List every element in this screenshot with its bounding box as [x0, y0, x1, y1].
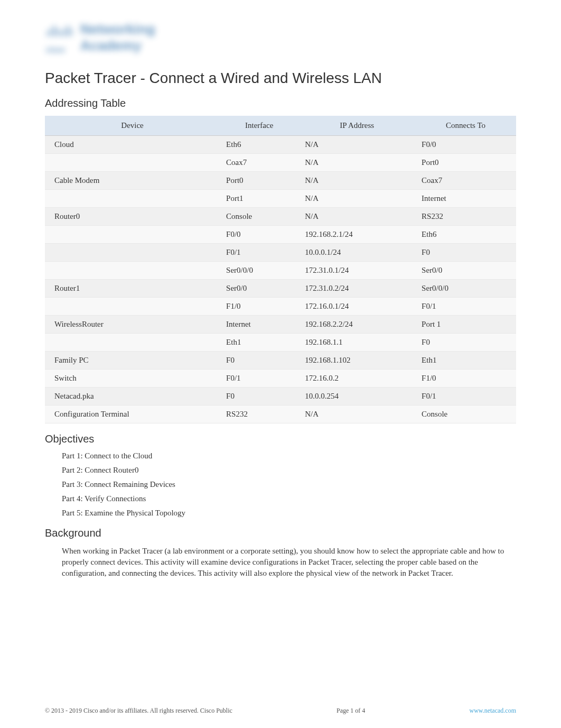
footer-page: Page 1 of 4 — [336, 707, 365, 715]
table-row: Router0ConsoleN/ARS232 — [45, 208, 516, 226]
cell-ip: N/A — [298, 136, 415, 154]
svg-rect-1 — [50, 29, 52, 36]
cell-interface: Ser0/0 — [220, 280, 298, 298]
table-header-row: Device Interface IP Address Connects To — [45, 116, 516, 136]
cell-device — [45, 154, 220, 172]
cell-device: Switch — [45, 370, 220, 388]
cell-ip: 172.31.0.1/24 — [298, 262, 415, 280]
background-heading: Background — [45, 527, 516, 539]
svg-rect-6 — [67, 25, 69, 36]
header-connects: Connects To — [415, 116, 516, 136]
cell-interface: Coax7 — [220, 154, 298, 172]
background-paragraph: When working in Packet Tracer (a lab env… — [62, 546, 511, 579]
table-row: F1/0172.16.0.1/24F0/1 — [45, 298, 516, 316]
cell-connects: Eth1 — [415, 352, 516, 370]
cell-device — [45, 226, 220, 244]
cell-connects: F0 — [415, 334, 516, 352]
cell-interface: F0/1 — [220, 370, 298, 388]
cell-interface: Port1 — [220, 190, 298, 208]
table-row: Ser0/0/0172.31.0.1/24Ser0/0 — [45, 262, 516, 280]
footer: © 2013 - 2019 Cisco and/or its affiliate… — [45, 707, 516, 715]
cell-ip: 172.31.0.2/24 — [298, 280, 415, 298]
cell-interface: Console — [220, 208, 298, 226]
cell-connects: Port 1 — [415, 316, 516, 334]
cisco-logo-icon: cisco — [45, 21, 74, 54]
logo-line1: Networking — [80, 21, 155, 38]
cell-interface: RS232 — [220, 406, 298, 423]
cell-ip: N/A — [298, 172, 415, 190]
cell-device — [45, 244, 220, 262]
cell-connects: F0 — [415, 244, 516, 262]
logo-line2: Academy — [80, 38, 155, 54]
table-row: Router1Ser0/0172.31.0.2/24Ser0/0/0 — [45, 280, 516, 298]
cell-ip: 192.168.1.1 — [298, 334, 415, 352]
cell-device — [45, 334, 220, 352]
cell-connects: Console — [415, 406, 516, 423]
footer-url: www.netacad.com — [469, 707, 516, 715]
svg-rect-4 — [60, 31, 62, 36]
footer-copyright: © 2013 - 2019 Cisco and/or its affiliate… — [45, 707, 232, 715]
objective-item: Part 3: Connect Remaining Devices — [62, 480, 516, 489]
cell-ip: N/A — [298, 208, 415, 226]
cell-connects: Coax7 — [415, 172, 516, 190]
cell-device: Cable Modem — [45, 172, 220, 190]
table-row: Netacad.pkaF010.0.0.254F0/1 — [45, 388, 516, 406]
cell-connects: RS232 — [415, 208, 516, 226]
cell-interface: F0 — [220, 352, 298, 370]
cell-interface: F1/0 — [220, 298, 298, 316]
cell-ip: 10.0.0.1/24 — [298, 244, 415, 262]
svg-rect-2 — [54, 25, 55, 36]
objectives-heading: Objectives — [45, 433, 516, 445]
svg-rect-0 — [47, 31, 49, 36]
objective-item: Part 2: Connect Router0 — [62, 466, 516, 475]
cell-device: Family PC — [45, 352, 220, 370]
cell-device — [45, 262, 220, 280]
objective-item: Part 4: Verify Connections — [62, 494, 516, 503]
cell-ip: 172.16.0.2 — [298, 370, 415, 388]
table-row: SwitchF0/1172.16.0.2F1/0 — [45, 370, 516, 388]
logo-text: Networking Academy — [80, 21, 155, 54]
cell-connects: Internet — [415, 190, 516, 208]
svg-rect-3 — [57, 29, 59, 36]
cell-device: Router0 — [45, 208, 220, 226]
svg-rect-5 — [64, 29, 66, 36]
cell-interface: Eth6 — [220, 136, 298, 154]
objective-item: Part 1: Connect to the Cloud — [62, 451, 516, 460]
table-row: Cable ModemPort0N/ACoax7 — [45, 172, 516, 190]
background-text-container: When working in Packet Tracer (a lab env… — [45, 546, 516, 579]
header-interface: Interface — [220, 116, 298, 136]
cell-ip: N/A — [298, 190, 415, 208]
cell-connects: F0/1 — [415, 298, 516, 316]
objective-item: Part 5: Examine the Physical Topology — [62, 509, 516, 518]
table-row: CloudEth6N/AF0/0 — [45, 136, 516, 154]
cell-connects: Eth6 — [415, 226, 516, 244]
objectives-list: Part 1: Connect to the CloudPart 2: Conn… — [45, 451, 516, 518]
table-row: F0/110.0.0.1/24F0 — [45, 244, 516, 262]
table-row: Coax7N/APort0 — [45, 154, 516, 172]
table-row: F0/0192.168.2.1/24Eth6 — [45, 226, 516, 244]
table-row: Family PCF0192.168.1.102Eth1 — [45, 352, 516, 370]
cell-device: Cloud — [45, 136, 220, 154]
cell-connects: Port0 — [415, 154, 516, 172]
table-row: Port1N/AInternet — [45, 190, 516, 208]
logo-area: cisco Networking Academy — [45, 21, 516, 54]
table-row: Configuration TerminalRS232N/AConsole — [45, 406, 516, 423]
cell-device — [45, 190, 220, 208]
cell-ip: 10.0.0.254 — [298, 388, 415, 406]
cell-ip: 172.16.0.1/24 — [298, 298, 415, 316]
cell-interface: F0/1 — [220, 244, 298, 262]
svg-rect-7 — [71, 29, 72, 36]
addressing-table: Device Interface IP Address Connects To … — [45, 116, 516, 423]
table-row: Eth1192.168.1.1F0 — [45, 334, 516, 352]
cisco-brand-text: cisco — [46, 45, 74, 54]
cell-interface: Eth1 — [220, 334, 298, 352]
page-title: Packet Tracer - Connect a Wired and Wire… — [45, 70, 516, 87]
cell-device: WirelessRouter — [45, 316, 220, 334]
cell-interface: Internet — [220, 316, 298, 334]
cell-interface: Port0 — [220, 172, 298, 190]
cell-connects: F0/1 — [415, 388, 516, 406]
cell-ip: 192.168.1.102 — [298, 352, 415, 370]
cell-connects: Ser0/0 — [415, 262, 516, 280]
cell-interface: F0/0 — [220, 226, 298, 244]
cell-ip: N/A — [298, 406, 415, 423]
